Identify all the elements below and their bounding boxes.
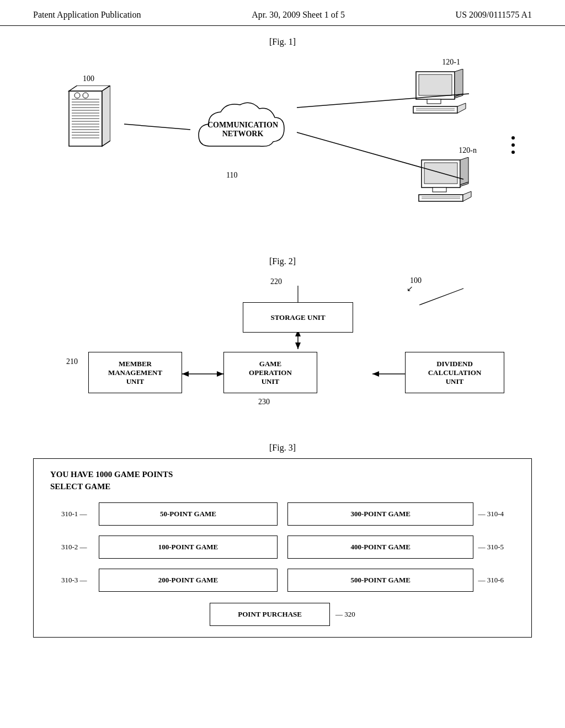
computer-top [411,69,477,119]
fig3-header: YOU HAVE 1000 GAME POINTS [50,470,515,479]
game-label-310-2: 100-POINT GAME [158,543,218,551]
header-left: Patent Application Publication [33,10,141,20]
game-operation-box: GAME OPERATION UNIT [223,352,317,393]
game-ref-310-5: — 310-5 [478,543,504,552]
svg-point-18 [74,93,80,98]
game-ref: 230 [258,398,270,406]
fig1-label: [Fig. 1] [33,37,532,47]
svg-marker-46 [295,342,301,349]
dividend-label: DIVIDEND CALCULATION UNIT [428,360,482,386]
fig3-subheader: SELECT GAME [50,482,515,491]
svg-marker-35 [463,191,471,201]
cloud-line1: COMMUNICATION [207,121,278,129]
svg-point-41 [511,136,515,140]
svg-marker-49 [217,371,223,377]
fig2-arrow-indicator: ↙ [407,284,413,293]
svg-marker-53 [372,371,379,377]
svg-marker-22 [455,69,463,97]
game-row-5: 400-POINT GAME — 310-5 [287,536,504,559]
game-label-310-4: 300-POINT GAME [350,510,410,518]
svg-point-19 [83,93,88,98]
game-button-310-5[interactable]: 400-POINT GAME [287,536,473,559]
svg-rect-33 [433,188,446,192]
svg-marker-2 [102,85,110,146]
cloud-line2: NETWORK [222,130,264,138]
game-grid: 310-1 — 50-POINT GAME 300-POINT GAME — 3… [50,502,515,592]
cloud-label: 110 [226,171,237,180]
game-ref-310-2: 310-2 — [61,543,94,552]
game-label-310-5: 400-POINT GAME [350,543,410,551]
member-management-box: MEMBER MANAGEMENT UNIT [88,352,182,393]
fig2-label: [Fig. 2] [33,256,532,266]
svg-marker-50 [182,371,189,377]
game-button-310-4[interactable]: 300-POINT GAME [287,502,473,526]
header-center: Apr. 30, 2009 Sheet 1 of 5 [252,10,345,20]
svg-rect-30 [424,163,457,184]
page-header: Patent Application Publication Apr. 30, … [0,0,565,26]
cloud-shape: COMMUNICATION NETWORK [188,97,298,163]
cloud-text: COMMUNICATION NETWORK [207,121,278,138]
game-label-310-1: 50-POINT GAME [160,510,216,518]
game-row-2: 310-2 — 100-POINT GAME [61,536,278,559]
fig1-diagram: 100 [33,52,532,240]
game-row-4: 300-POINT GAME — 310-4 [287,502,504,526]
svg-point-43 [511,151,515,154]
game-button-310-1[interactable]: 50-POINT GAME [99,502,278,526]
server-tower [66,85,121,163]
game-button-310-6[interactable]: 500-POINT GAME [287,569,473,592]
computer-bottom [416,157,482,207]
fig3-label: [Fig. 3] [33,443,532,453]
server-label: 100 [83,74,94,83]
main-content: [Fig. 1] 100 [0,26,565,649]
dividend-calculation-box: DIVIDEND CALCULATION UNIT [405,352,504,393]
game-row-1: 310-1 — 50-POINT GAME [61,502,278,526]
game-ref-310-4: — 310-4 [478,510,504,518]
game-label-310-6: 500-POINT GAME [350,576,410,584]
game-ref-310-1: 310-1 — [61,510,94,518]
computer-bottom-label: 120-n [459,146,477,155]
member-ref: 210 [66,357,78,366]
fig2-diagram: 100 ↙ 220 STORAGE UNIT 210 MEMBER MANAGE… [33,272,532,426]
computer-top-svg [411,69,477,119]
game-button-310-3[interactable]: 200-POINT GAME [99,569,278,592]
svg-rect-21 [419,74,452,95]
svg-line-44 [419,288,463,305]
storage-line [33,272,532,426]
game-label-310-3: 200-POINT GAME [158,576,218,584]
game-ref-310-3: 310-3 — [61,576,94,585]
point-purchase-row: POINT PURCHASE — 320 [50,603,515,626]
svg-rect-34 [419,195,463,201]
storage-unit-label: STORAGE UNIT [270,313,325,322]
svg-marker-31 [460,157,468,185]
point-purchase-ref: — 320 [335,610,355,619]
server-svg [66,85,110,152]
computer-bottom-svg [416,157,482,207]
point-purchase-label: POINT PURCHASE [238,610,302,618]
storage-ref: 220 [270,277,282,286]
svg-marker-26 [457,103,466,113]
game-button-310-2[interactable]: 100-POINT GAME [99,536,278,559]
svg-rect-25 [413,106,457,113]
svg-rect-24 [427,99,441,104]
header-right: US 2009/0111575 A1 [456,10,532,20]
fig3-diagram: YOU HAVE 1000 GAME POINTS SELECT GAME 31… [33,458,532,638]
game-label: GAME OPERATION UNIT [249,360,292,386]
svg-line-38 [124,124,190,130]
game-row-3: 310-3 — 200-POINT GAME [61,569,278,592]
fig2-svg [33,272,532,426]
computer-top-label: 120-1 [442,58,460,67]
game-ref-310-6: — 310-6 [478,576,504,585]
game-row-6: 500-POINT GAME — 310-6 [287,569,504,592]
storage-unit-box: STORAGE UNIT [243,302,353,333]
member-label: MEMBER MANAGEMENT UNIT [108,360,162,386]
point-purchase-button[interactable]: POINT PURCHASE [210,603,330,626]
svg-point-42 [511,143,515,147]
